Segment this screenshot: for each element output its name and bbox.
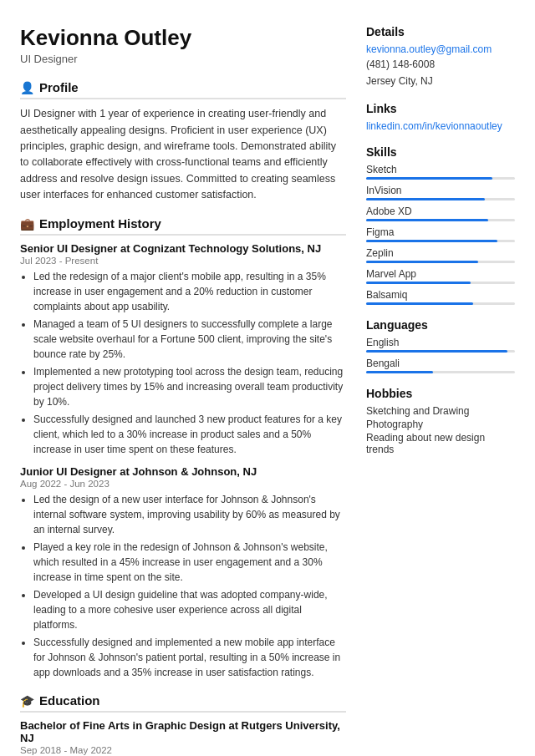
- left-column: Kevionna Outley UI Designer 👤 Profile UI…: [20, 25, 346, 756]
- job-bullet: Led the design of a new user interface f…: [33, 492, 346, 537]
- job-bullets: Led the redesign of a major client's mob…: [20, 269, 346, 457]
- skill-bar-fill: [366, 261, 478, 263]
- language-name: English: [366, 337, 515, 348]
- skill-item: Balsamiq: [366, 289, 515, 305]
- job-bullet: Played a key role in the redesign of Joh…: [33, 540, 346, 585]
- languages-section-title: Languages: [366, 318, 515, 332]
- education-icon: 🎓: [20, 694, 34, 708]
- profile-section-title: 👤 Profile: [20, 80, 346, 99]
- job-date: Aug 2022 - Jun 2023: [20, 479, 346, 489]
- details-location: Jersey City, NJ: [366, 74, 515, 89]
- jobs-container: Senior UI Designer at Cognizant Technolo…: [20, 242, 346, 680]
- language-bar-fill: [366, 350, 507, 353]
- job-item: Junior UI Designer at Johnson & Johnson,…: [20, 465, 346, 680]
- skill-item: Zeplin: [366, 247, 515, 263]
- profile-section: 👤 Profile UI Designer with 1 year of exp…: [20, 80, 346, 203]
- hobby-item: Reading about new design trends: [366, 432, 515, 455]
- header-name: Kevionna Outley: [20, 25, 346, 51]
- employment-icon: 💼: [20, 217, 34, 231]
- job-bullet: Successfully designed and implemented a …: [33, 635, 346, 680]
- skill-item: Sketch: [366, 164, 515, 180]
- education-section-title: 🎓 Education: [20, 693, 346, 713]
- skill-item: InVision: [366, 185, 515, 200]
- job-title: Junior UI Designer at Johnson & Johnson,…: [20, 465, 346, 478]
- skill-bar-fill: [366, 282, 471, 284]
- skill-bar-fill: [366, 240, 497, 242]
- education-item: Bachelor of Fine Arts in Graphic Design …: [20, 719, 346, 756]
- links-section-title: Links: [366, 102, 515, 115]
- header: Kevionna Outley UI Designer: [20, 25, 346, 65]
- skill-name: InVision: [366, 185, 515, 196]
- hobbies-section-title: Hobbies: [366, 387, 515, 400]
- skill-bar-bg: [366, 177, 515, 180]
- skill-name: Figma: [366, 226, 515, 238]
- skill-name: Marvel App: [366, 268, 515, 280]
- job-bullet: Led the redesign of a major client's mob…: [33, 269, 346, 314]
- skill-item: Adobe XD: [366, 205, 515, 221]
- skill-name: Sketch: [366, 164, 515, 175]
- hobby-item: Sketching and Drawing: [366, 405, 515, 417]
- education-date: Sep 2018 - May 2022: [20, 745, 346, 755]
- skill-bar-fill: [366, 219, 488, 221]
- education-container: Bachelor of Fine Arts in Graphic Design …: [20, 719, 346, 756]
- language-item: English: [366, 337, 515, 353]
- languages-section: Languages EnglishBengali: [366, 318, 515, 373]
- language-bar-fill: [366, 371, 433, 373]
- skill-bar-fill: [366, 198, 485, 200]
- skill-bar-bg: [366, 261, 515, 263]
- skill-bar-fill: [366, 302, 473, 305]
- page-container: Kevionna Outley UI Designer 👤 Profile UI…: [0, 0, 535, 756]
- employment-section: 💼 Employment History Senior UI Designer …: [20, 216, 346, 680]
- job-item: Senior UI Designer at Cognizant Technolo…: [20, 242, 346, 457]
- profile-text: UI Designer with 1 year of experience in…: [20, 106, 346, 203]
- right-column: Details kevionna.outley@gmail.com (481) …: [366, 25, 515, 756]
- profile-icon: 👤: [20, 81, 34, 94]
- job-bullet: Implemented a new prototyping tool acros…: [33, 364, 346, 409]
- skill-bar-fill: [366, 177, 492, 180]
- job-bullet: Successfully designed and launched 3 new…: [33, 412, 346, 457]
- details-section: Details kevionna.outley@gmail.com (481) …: [366, 25, 515, 89]
- job-bullet: Developed a UI design guideline that was…: [33, 587, 346, 632]
- skill-bar-bg: [366, 198, 515, 200]
- education-section: 🎓 Education Bachelor of Fine Arts in Gra…: [20, 693, 346, 756]
- skill-bar-bg: [366, 282, 515, 284]
- links-container: linkedin.com/in/kevionnaoutley: [366, 120, 515, 132]
- details-email[interactable]: kevionna.outley@gmail.com: [366, 43, 515, 55]
- skills-section: Skills SketchInVisionAdobe XDFigmaZeplin…: [366, 145, 515, 305]
- skill-item: Marvel App: [366, 268, 515, 284]
- hobbies-container: Sketching and DrawingPhotographyReading …: [366, 405, 515, 455]
- skill-name: Zeplin: [366, 247, 515, 259]
- header-title: UI Designer: [20, 53, 346, 65]
- skill-bar-bg: [366, 240, 515, 242]
- hobbies-section: Hobbies Sketching and DrawingPhotography…: [366, 387, 515, 455]
- language-name: Bengali: [366, 358, 515, 369]
- link-item[interactable]: linkedin.com/in/kevionnaoutley: [366, 120, 515, 132]
- details-phone: (481) 148-6008: [366, 58, 515, 72]
- skill-name: Balsamiq: [366, 289, 515, 301]
- skills-container: SketchInVisionAdobe XDFigmaZeplinMarvel …: [366, 164, 515, 305]
- employment-section-title: 💼 Employment History: [20, 216, 346, 236]
- language-bar-bg: [366, 371, 515, 373]
- job-bullet: Managed a team of 5 UI designers to succ…: [33, 317, 346, 362]
- links-section: Links linkedin.com/in/kevionnaoutley: [366, 102, 515, 132]
- job-date: Jul 2023 - Present: [20, 256, 346, 266]
- language-bar-bg: [366, 350, 515, 353]
- languages-container: EnglishBengali: [366, 337, 515, 373]
- skill-bar-bg: [366, 219, 515, 221]
- hobby-item: Photography: [366, 419, 515, 430]
- job-title: Senior UI Designer at Cognizant Technolo…: [20, 242, 346, 255]
- skill-bar-bg: [366, 302, 515, 305]
- language-item: Bengali: [366, 358, 515, 373]
- skill-item: Figma: [366, 226, 515, 242]
- skills-section-title: Skills: [366, 145, 515, 159]
- job-bullets: Led the design of a new user interface f…: [20, 492, 346, 680]
- details-section-title: Details: [366, 25, 515, 38]
- education-title: Bachelor of Fine Arts in Graphic Design …: [20, 719, 346, 744]
- skill-name: Adobe XD: [366, 205, 515, 217]
